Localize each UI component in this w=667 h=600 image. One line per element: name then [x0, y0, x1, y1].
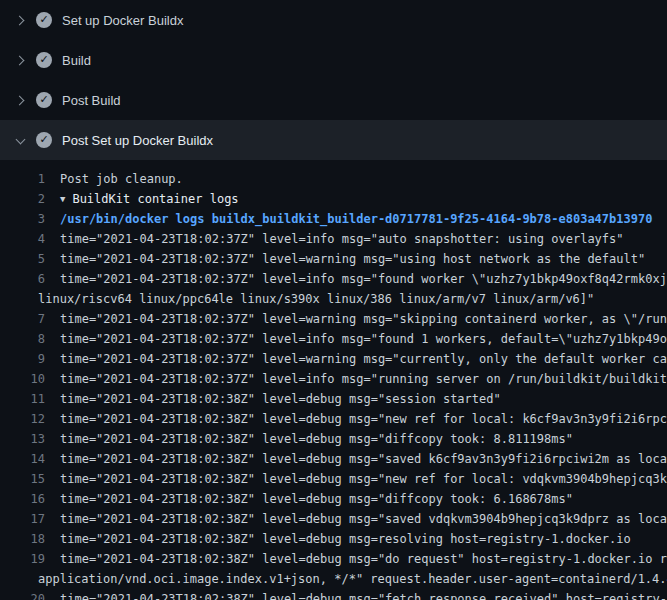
- log-text: time="2021-04-23T18:02:38Z" level=debug …: [60, 412, 667, 426]
- log-line-continuation: application/vnd.oci.image.index.v1+json,…: [0, 569, 667, 589]
- check-circle-icon: ✓: [36, 132, 52, 148]
- log-line: 17time="2021-04-23T18:02:38Z" level=debu…: [0, 509, 667, 529]
- log-line: 1Post job cleanup.: [0, 169, 667, 189]
- log-text: time="2021-04-23T18:02:37Z" level=info m…: [60, 272, 667, 286]
- log-line: 20time="2021-04-23T18:02:38Z" level=debu…: [0, 589, 667, 600]
- log-line: 6time="2021-04-23T18:02:37Z" level=info …: [0, 269, 667, 289]
- line-number[interactable]: 8: [0, 329, 45, 349]
- log-line-continuation: linux/riscv64 linux/ppc64le linux/s390x …: [0, 289, 667, 309]
- line-number[interactable]: 12: [0, 409, 45, 429]
- line-number[interactable]: 15: [0, 469, 45, 489]
- line-number[interactable]: 7: [0, 309, 45, 329]
- log-line: 4time="2021-04-23T18:02:37Z" level=info …: [0, 229, 667, 249]
- line-number[interactable]: 1: [0, 169, 45, 189]
- log-line: 14time="2021-04-23T18:02:38Z" level=debu…: [0, 449, 667, 469]
- log-line: 5time="2021-04-23T18:02:37Z" level=warni…: [0, 249, 667, 269]
- check-circle-icon: ✓: [36, 52, 52, 68]
- log-text: linux/riscv64 linux/ppc64le linux/s390x …: [38, 292, 594, 306]
- log-line: 18time="2021-04-23T18:02:38Z" level=debu…: [0, 529, 667, 549]
- log-line: 11time="2021-04-23T18:02:38Z" level=debu…: [0, 389, 667, 409]
- check-circle-icon: ✓: [36, 12, 52, 28]
- step-section-list: ✓Set up Docker Buildx✓Build✓Post Build✓P…: [0, 0, 667, 160]
- line-number[interactable]: 5: [0, 249, 45, 269]
- line-number[interactable]: 6: [0, 269, 45, 289]
- section-title: Set up Docker Buildx: [62, 13, 183, 28]
- log-text: time="2021-04-23T18:02:37Z" level=info m…: [60, 372, 667, 386]
- line-number[interactable]: 19: [0, 549, 45, 569]
- log-line: 3/usr/bin/docker logs buildx_buildkit_bu…: [0, 209, 667, 229]
- log-output: 1Post job cleanup.2▼BuildKit container l…: [0, 160, 667, 600]
- log-line: 9time="2021-04-23T18:02:37Z" level=warni…: [0, 349, 667, 369]
- line-number[interactable]: 4: [0, 229, 45, 249]
- log-line: 7time="2021-04-23T18:02:37Z" level=warni…: [0, 309, 667, 329]
- log-line: 19time="2021-04-23T18:02:38Z" level=debu…: [0, 549, 667, 569]
- log-line: 10time="2021-04-23T18:02:37Z" level=info…: [0, 369, 667, 389]
- log-text: time="2021-04-23T18:02:38Z" level=debug …: [60, 532, 631, 546]
- log-line: 15time="2021-04-23T18:02:38Z" level=debu…: [0, 469, 667, 489]
- log-text: Post job cleanup.: [60, 172, 183, 186]
- chevron-right-icon: [12, 52, 28, 68]
- log-text: time="2021-04-23T18:02:37Z" level=warnin…: [60, 252, 645, 266]
- chevron-right-icon: [12, 92, 28, 108]
- log-line: 13time="2021-04-23T18:02:38Z" level=debu…: [0, 429, 667, 449]
- workflow-log-viewer: ✓Set up Docker Buildx✓Build✓Post Build✓P…: [0, 0, 667, 600]
- log-text: BuildKit container logs: [72, 192, 238, 206]
- log-text: time="2021-04-23T18:02:38Z" level=debug …: [60, 592, 667, 600]
- section-header-set-up-docker-buildx[interactable]: ✓Set up Docker Buildx: [0, 0, 667, 40]
- log-line: 8time="2021-04-23T18:02:37Z" level=info …: [0, 329, 667, 349]
- log-text: time="2021-04-23T18:02:37Z" level=info m…: [60, 232, 624, 246]
- line-number[interactable]: 2: [0, 189, 45, 209]
- log-text: time="2021-04-23T18:02:38Z" level=debug …: [60, 472, 667, 486]
- check-circle-icon: ✓: [36, 92, 52, 108]
- line-number[interactable]: 11: [0, 389, 45, 409]
- log-text: time="2021-04-23T18:02:38Z" level=debug …: [60, 492, 573, 506]
- line-number[interactable]: 17: [0, 509, 45, 529]
- log-text: time="2021-04-23T18:02:38Z" level=debug …: [60, 552, 667, 566]
- log-text: time="2021-04-23T18:02:38Z" level=debug …: [60, 432, 573, 446]
- log-line: 12time="2021-04-23T18:02:38Z" level=debu…: [0, 409, 667, 429]
- line-number[interactable]: 9: [0, 349, 45, 369]
- line-number[interactable]: 10: [0, 369, 45, 389]
- section-header-build[interactable]: ✓Build: [0, 40, 667, 80]
- line-number[interactable]: 3: [0, 209, 45, 229]
- line-number[interactable]: 14: [0, 449, 45, 469]
- log-text: time="2021-04-23T18:02:38Z" level=debug …: [60, 392, 501, 406]
- section-header-post-build[interactable]: ✓Post Build: [0, 80, 667, 120]
- line-number[interactable]: 16: [0, 489, 45, 509]
- line-number[interactable]: 13: [0, 429, 45, 449]
- section-header-post-set-up-docker-buildx[interactable]: ✓Post Set up Docker Buildx: [0, 120, 667, 160]
- log-text: time="2021-04-23T18:02:38Z" level=debug …: [60, 452, 667, 466]
- line-number[interactable]: 18: [0, 529, 45, 549]
- section-title: Post Set up Docker Buildx: [62, 133, 213, 148]
- chevron-right-icon: [12, 12, 28, 28]
- log-text: time="2021-04-23T18:02:38Z" level=debug …: [60, 512, 667, 526]
- line-number[interactable]: 20: [0, 589, 45, 600]
- section-title: Post Build: [62, 93, 121, 108]
- log-text: time="2021-04-23T18:02:37Z" level=info m…: [60, 332, 667, 346]
- log-line: 16time="2021-04-23T18:02:38Z" level=debu…: [0, 489, 667, 509]
- log-line[interactable]: 2▼BuildKit container logs: [0, 189, 667, 209]
- log-command-text: /usr/bin/docker logs buildx_buildkit_bui…: [60, 212, 652, 226]
- group-caret-icon[interactable]: ▼: [60, 194, 65, 204]
- chevron-down-icon: [12, 132, 28, 148]
- log-text: application/vnd.oci.image.index.v1+json,…: [38, 572, 667, 586]
- section-title: Build: [62, 53, 91, 68]
- log-text: time="2021-04-23T18:02:37Z" level=warnin…: [60, 352, 667, 366]
- log-text: time="2021-04-23T18:02:37Z" level=warnin…: [60, 312, 667, 326]
